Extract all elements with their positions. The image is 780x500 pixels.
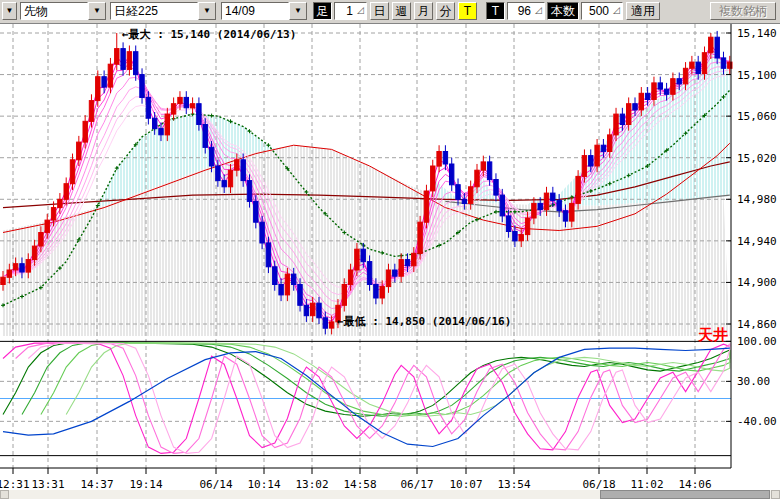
tick-size-stepper[interactable]: 96 ◿ — [507, 2, 545, 20]
toolbar: ▼ 先物 ▼ 日経225 ▼ 14/09 ▼ 足 1 ◿ 日 週 月 分 T T… — [0, 0, 780, 24]
svg-text:-40.00: -40.00 — [737, 415, 777, 428]
tick-label: T — [486, 2, 505, 20]
instrument-value: 日経225 — [110, 2, 198, 20]
bar-count-stepper[interactable]: 500 ◿ — [581, 2, 623, 20]
svg-text:14,860: 14,860 — [737, 318, 777, 331]
svg-text:15,100: 15,100 — [737, 69, 777, 82]
scroll-right-arrow[interactable] — [771, 490, 780, 499]
bar-interval-value: 1 — [335, 3, 355, 19]
svg-text:←最低 : 14,850 (2014/06/16): ←最低 : 14,850 (2014/06/16) — [337, 315, 511, 328]
spinner-icon[interactable]: ◿ — [533, 3, 544, 19]
contract-month-combobox[interactable]: 14/09 ▼ — [221, 2, 307, 20]
chevron-down-icon[interactable]: ▼ — [198, 2, 216, 20]
scrollbar-thumb[interactable] — [600, 490, 770, 499]
chevron-down-icon[interactable]: ▼ — [88, 2, 106, 20]
contract-month-value: 14/09 — [221, 2, 289, 20]
svg-text:15,140: 15,140 — [737, 27, 777, 40]
period-month-button[interactable]: 月 — [414, 2, 433, 20]
period-minute-button[interactable]: 分 — [436, 2, 455, 20]
svg-text:30.00: 30.00 — [737, 375, 770, 388]
svg-text:14,940: 14,940 — [737, 235, 777, 248]
horizontal-scrollbar[interactable] — [0, 490, 780, 499]
corner-dropdown-button[interactable]: ▼ — [2, 2, 17, 20]
bar-count-value: 500 — [582, 3, 611, 19]
svg-text:14,900: 14,900 — [737, 276, 777, 289]
instrument-type-value: 先物 — [20, 2, 88, 20]
svg-text:15,060: 15,060 — [737, 110, 777, 123]
svg-text:100.00: 100.00 — [737, 335, 777, 348]
multi-symbol-button[interactable]: 複数銘柄 — [710, 2, 776, 20]
spinner-icon[interactable]: ◿ — [611, 3, 622, 19]
instrument-combobox[interactable]: 日経225 ▼ — [110, 2, 216, 20]
period-week-button[interactable]: 週 — [392, 2, 411, 20]
scroll-left-arrow[interactable] — [0, 490, 9, 499]
instrument-type-combobox[interactable]: 先物 ▼ — [20, 2, 106, 20]
chart-application-window: ▼ 先物 ▼ 日経225 ▼ 14/09 ▼ 足 1 ◿ 日 週 月 分 T T… — [0, 0, 780, 500]
bar-count-label: 本数 — [547, 2, 579, 20]
svg-text:15,020: 15,020 — [737, 152, 777, 165]
bar-type-label: 足 — [313, 2, 332, 20]
period-day-button[interactable]: 日 — [370, 2, 389, 20]
svg-text:天井: 天井 — [697, 326, 728, 344]
apply-button[interactable]: 適用 — [626, 2, 660, 20]
spinner-icon[interactable]: ◿ — [355, 3, 366, 19]
bar-interval-stepper[interactable]: 1 ◿ — [334, 2, 367, 20]
chevron-down-icon[interactable]: ▼ — [289, 2, 307, 20]
period-tick-button[interactable]: T — [458, 2, 477, 20]
svg-text:14,980: 14,980 — [737, 193, 777, 206]
price-and-oscillator-chart[interactable]: 15,14015,10015,06015,02014,98014,94014,9… — [0, 0, 780, 500]
svg-text:←最大 : 15,140 (2014/06/13): ←最大 : 15,140 (2014/06/13) — [122, 28, 296, 41]
tick-size-value: 96 — [508, 3, 533, 19]
